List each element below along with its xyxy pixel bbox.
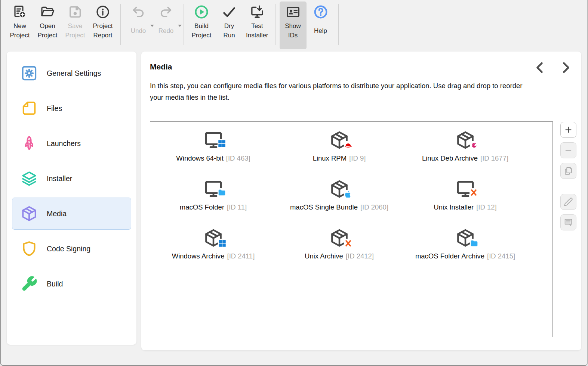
toolbar-button-label: New Project (10, 21, 30, 40)
sidebar-item-build[interactable]: Build (12, 268, 131, 300)
remove-button[interactable] (560, 142, 576, 158)
toolbar-separator (275, 4, 275, 45)
chevron-left-icon (533, 69, 547, 76)
toolbar-button-label: Show IDs (285, 21, 301, 40)
apple-badge-icon (344, 190, 353, 199)
toolbar-separator (120, 4, 121, 45)
sidebar-item-label: Installer (47, 174, 72, 183)
toolbar-button-label: Save Project (65, 21, 85, 40)
duplicate-button[interactable] (560, 163, 576, 179)
toolbar-button-show-ids[interactable]: Show IDs (280, 1, 307, 49)
media-item-macos-folder[interactable]: macOS Folder[ID 11] (150, 179, 276, 228)
test-installer-icon (250, 4, 265, 19)
sidebar-item-code-signing[interactable]: Code Signing (12, 233, 131, 265)
dropdown-caret-icon[interactable] (178, 22, 182, 28)
minus-icon (564, 146, 573, 155)
sidebar-item-media[interactable]: Media (12, 198, 131, 230)
toolbar-button-redo[interactable]: Redo (153, 1, 179, 49)
edit-pencil-icon (564, 197, 573, 207)
launchers-icon (21, 135, 38, 152)
media-item-linux-deb-archive[interactable]: Linux Deb Archive[ID 1677] (402, 130, 528, 179)
toolbar-separator (338, 4, 339, 45)
step-nav (533, 61, 573, 75)
toolbar-button-new-project[interactable]: New Project (6, 1, 33, 49)
toolbar-button-label: Undo (131, 21, 146, 40)
duplicate-icon (564, 166, 573, 176)
toolbar-button-label: Open Project (38, 21, 58, 40)
media-item-unix-archive[interactable]: Unix Archive[ID 2412] (276, 228, 402, 277)
page-title: Media (150, 62, 572, 72)
toolbar-button-undo[interactable]: Undo (125, 1, 152, 49)
redo-icon (158, 4, 173, 19)
folder-badge-icon (218, 188, 227, 197)
files-icon (21, 100, 38, 117)
toolbar-button-open-project[interactable]: Open Project (34, 1, 61, 49)
chevron-right-icon (558, 69, 573, 76)
media-list-row: Windows 64-bit[ID 463]Linux RPM[ID 9]Lin… (141, 110, 581, 337)
windows-badge-icon (218, 239, 227, 248)
content: General SettingsFilesLaunchersInstallerM… (1, 50, 587, 350)
add-button[interactable] (560, 122, 576, 138)
media-item-label: Unix Archive[ID 2412] (305, 252, 374, 260)
media-item-label: Linux RPM[ID 9] (313, 154, 366, 162)
media-item-windows-archive[interactable]: Windows Archive[ID 2411] (150, 228, 276, 277)
plus-icon (564, 125, 573, 134)
toolbar-button-test-installer[interactable]: Test Installer (243, 1, 271, 49)
package-icon (455, 228, 475, 248)
comment-icon (564, 218, 573, 227)
toolbar-button-label: Redo (158, 21, 174, 40)
media-item-macos-single-bundle[interactable]: macOS Single Bundle[ID 2060] (276, 179, 402, 228)
media-item-label: Windows Archive[ID 2411] (172, 252, 255, 260)
package-icon (203, 228, 224, 248)
toolbar-button-label: Test Installer (246, 21, 268, 40)
sidebar-item-label: Build (47, 280, 63, 288)
toolbar-separator (184, 4, 184, 45)
code-signing-icon (21, 240, 38, 257)
sidebar: General SettingsFilesLaunchersInstallerM… (7, 52, 136, 345)
next-step-button[interactable] (558, 61, 573, 75)
new-project-icon (12, 4, 27, 19)
sidebar-item-launchers[interactable]: Launchers (12, 127, 131, 159)
package-icon (329, 228, 350, 248)
media-item-unix-installer[interactable]: Unix Installer[ID 12] (402, 179, 528, 228)
media-item-label: macOS Folder Archive[ID 2415] (415, 252, 515, 260)
media-item-windows-64-bit[interactable]: Windows 64-bit[ID 463] (150, 130, 276, 179)
toolbar-button-help[interactable]: Help (307, 1, 334, 49)
main-panel: Media In this step, you can configure me… (141, 52, 581, 350)
toolbar-button-dry-run[interactable]: Dry Run (216, 1, 243, 49)
sidebar-item-label: Code Signing (47, 245, 90, 253)
toolbar-button-label: Dry Run (223, 21, 235, 40)
toolbar-button-save-project[interactable]: Save Project (62, 1, 89, 49)
undo-icon (131, 4, 146, 19)
media-list: Windows 64-bit[ID 463]Linux RPM[ID 9]Lin… (150, 121, 553, 337)
page-description: In this step, you can configure media fi… (150, 80, 531, 103)
dry-run-icon (222, 4, 237, 19)
media-item-label: Linux Deb Archive[ID 1677] (422, 154, 508, 162)
sidebar-item-general-settings[interactable]: General Settings (12, 57, 131, 89)
folder-badge-icon (470, 239, 479, 248)
app-window: New ProjectOpen ProjectSave ProjectProje… (0, 0, 588, 366)
windows-badge-icon (218, 139, 227, 148)
general-settings-icon (21, 65, 38, 82)
comment-button[interactable] (560, 214, 576, 230)
side-tools (560, 122, 576, 337)
media-item-macos-folder-archive[interactable]: macOS Folder Archive[ID 2415] (402, 228, 528, 277)
edit-button[interactable] (560, 194, 576, 210)
toolbar-button-label: Help (314, 21, 327, 40)
sidebar-item-label: Files (47, 104, 62, 113)
media-item-label: macOS Folder[ID 11] (180, 203, 247, 211)
toolbar-button-project-report[interactable]: Project Report (89, 1, 116, 49)
main-header: Media In this step, you can configure me… (141, 52, 581, 110)
save-project-icon (68, 4, 83, 19)
toolbar-button-build-project[interactable]: Build Project (188, 1, 215, 49)
show-ids-icon (286, 4, 301, 19)
sidebar-item-files[interactable]: Files (12, 92, 131, 124)
package-icon (329, 130, 350, 150)
media-item-label: Windows 64-bit[ID 463] (176, 154, 250, 162)
help-icon (313, 4, 328, 19)
sidebar-item-installer[interactable]: Installer (12, 162, 131, 195)
media-item-linux-rpm[interactable]: Linux RPM[ID 9] (276, 130, 402, 179)
open-project-icon (40, 4, 55, 19)
previous-step-button[interactable] (533, 61, 547, 75)
package-icon (21, 205, 38, 222)
